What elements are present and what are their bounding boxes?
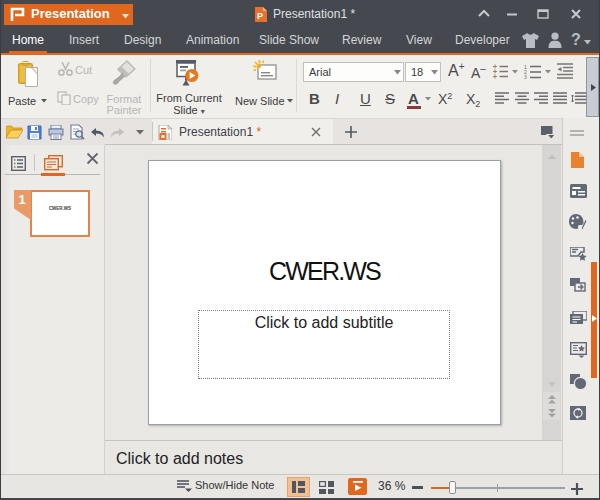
svg-text:P: P	[257, 11, 263, 21]
svg-text:1: 1	[19, 192, 26, 207]
svg-text:3: 3	[524, 74, 527, 79]
